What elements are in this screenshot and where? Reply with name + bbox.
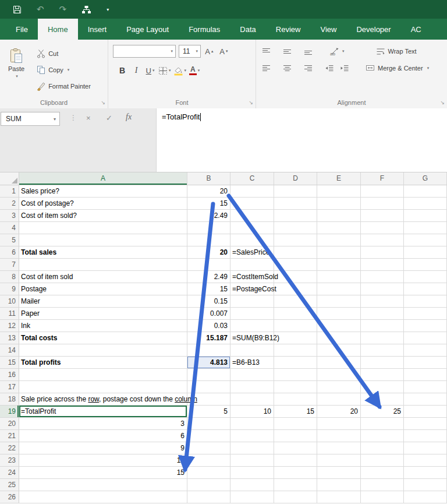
tab-page-layout[interactable]: Page Layout [116,19,179,40]
cell-F13[interactable] [361,332,404,344]
align-right-button[interactable] [304,64,313,72]
font-dialog-launcher-icon[interactable]: ↘ [249,100,253,105]
cell-D11[interactable] [274,308,317,320]
row-header-10[interactable]: 10 [0,295,19,308]
cell-B21[interactable] [187,430,230,442]
row-header-18[interactable]: 18 [0,393,19,406]
cell-E12[interactable] [317,320,361,332]
tab-review[interactable]: Review [266,19,311,40]
row-header-17[interactable]: 17 [0,381,19,393]
cell-G17[interactable] [404,381,447,393]
row-header-2[interactable]: 2 [0,198,19,210]
cell-B22[interactable] [187,442,230,454]
formula-input[interactable]: =TotalProfit [156,108,447,172]
cell-D8[interactable] [274,271,317,283]
column-header-D[interactable]: D [274,172,317,185]
cell-A17[interactable] [19,381,187,393]
cell-C26[interactable] [230,491,274,503]
cell-A26[interactable] [19,491,187,503]
cell-F8[interactable] [361,271,404,283]
row-header-12[interactable]: 12 [0,320,19,332]
cell-C22[interactable] [230,442,274,454]
cell-F25[interactable] [361,479,404,491]
decrease-font-size-button[interactable]: A▼ [218,45,230,58]
cell-A24[interactable]: 15 [19,467,187,479]
cell-C6[interactable]: =SalesPrice [230,246,274,259]
cell-E3[interactable] [317,210,361,222]
cell-C17[interactable] [230,381,274,393]
cell-C9[interactable]: =PostageCost [230,283,274,295]
align-top-button[interactable] [262,47,271,55]
row-header-4[interactable]: 4 [0,222,19,234]
paste-button[interactable]: Paste ▾ [2,45,30,93]
cell-F10[interactable] [361,295,404,308]
cell-G3[interactable] [404,210,447,222]
cell-F7[interactable] [361,259,404,271]
row-header-5[interactable]: 5 [0,234,19,246]
cell-D17[interactable] [274,381,317,393]
column-header-G[interactable]: G [404,172,447,185]
tab-home[interactable]: Home [38,19,78,40]
decrease-indent-button[interactable] [325,64,334,72]
row-header-16[interactable]: 16 [0,369,19,381]
cell-C12[interactable] [230,320,274,332]
cell-F19[interactable]: 25 [361,406,404,418]
cell-C19[interactable]: 10 [230,406,274,418]
cell-G24[interactable] [404,467,447,479]
alignment-dialog-launcher-icon[interactable]: ↘ [440,100,445,105]
cell-F6[interactable] [361,246,404,259]
cell-F23[interactable] [361,454,404,467]
cell-B3[interactable]: 2.49 [187,210,230,222]
cell-D1[interactable] [274,185,317,198]
name-box-dropdown-icon[interactable]: ▾ [50,117,59,122]
borders-button[interactable]: ▾ [158,64,171,77]
enter-button[interactable]: ✓ [106,114,112,122]
cell-F18[interactable] [361,393,404,406]
wrap-text-button[interactable]: Wrap Text [376,47,417,56]
column-header-C[interactable]: C [230,172,274,185]
cell-C7[interactable] [230,259,274,271]
italic-button[interactable]: I [130,64,142,77]
cell-B20[interactable] [187,418,230,430]
cell-A7[interactable] [19,259,187,271]
cell-C25[interactable] [230,479,274,491]
cell-E1[interactable] [317,185,361,198]
column-header-A[interactable]: A [19,172,187,185]
cell-C16[interactable] [230,369,274,381]
bold-button[interactable]: B [116,64,128,77]
cell-E7[interactable] [317,259,361,271]
cell-F20[interactable] [361,418,404,430]
cell-D5[interactable] [274,234,317,246]
cell-B7[interactable] [187,259,230,271]
cell-E15[interactable] [317,357,361,369]
cell-G26[interactable] [404,491,447,503]
underline-button[interactable]: U ▾ [144,64,156,77]
cell-A9[interactable]: Postage [19,283,187,295]
cell-E14[interactable] [317,344,361,357]
cell-E20[interactable] [317,418,361,430]
cell-F22[interactable] [361,442,404,454]
cell-G1[interactable] [404,185,447,198]
cell-C10[interactable] [230,295,274,308]
cell-D9[interactable] [274,283,317,295]
cell-D19[interactable]: 15 [274,406,317,418]
cell-D23[interactable] [274,454,317,467]
cell-F11[interactable] [361,308,404,320]
cell-B24[interactable] [187,467,230,479]
cell-F26[interactable] [361,491,404,503]
row-header-23[interactable]: 23 [0,454,19,467]
cell-E24[interactable] [317,467,361,479]
cell-A1[interactable]: Sales price? [19,185,187,198]
align-center-button[interactable] [283,64,292,72]
cell-C2[interactable] [230,198,274,210]
cell-D4[interactable] [274,222,317,234]
cell-C20[interactable] [230,418,274,430]
fill-color-button[interactable]: ▾ [173,64,187,77]
cell-D2[interactable] [274,198,317,210]
row-header-1[interactable]: 1 [0,185,19,198]
cell-D12[interactable] [274,320,317,332]
row-header-13[interactable]: 13 [0,332,19,344]
cell-A18[interactable]: Sale price across the row, postage cost … [19,393,187,406]
cell-A3[interactable]: Cost of item sold? [19,210,187,222]
row-header-22[interactable]: 22 [0,442,19,454]
